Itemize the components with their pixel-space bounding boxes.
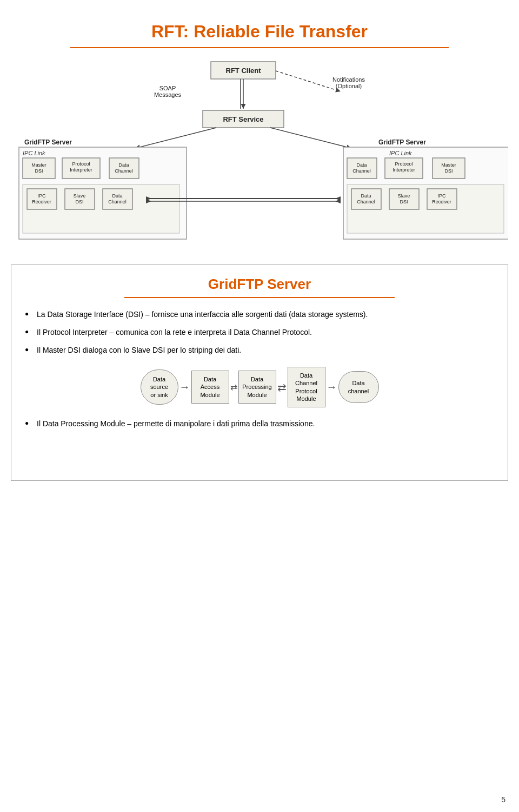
page-number: 5: [501, 795, 505, 804]
svg-text:Data: Data: [112, 193, 122, 199]
svg-marker-37: [146, 196, 151, 201]
bottom-section: GridFTP Server La Data Storage Interface…: [11, 265, 508, 481]
svg-rect-47: [385, 158, 423, 179]
svg-text:DSI: DSI: [444, 168, 453, 174]
svg-text:IPC Link: IPC Link: [23, 150, 45, 156]
svg-rect-17: [23, 158, 55, 179]
svg-text:Channel: Channel: [352, 168, 371, 174]
flow-arrow-4: →: [327, 381, 337, 393]
section-underline: [124, 297, 395, 298]
svg-text:Channel: Channel: [115, 168, 133, 174]
bullet-item-1: La Data Storage Interface (DSI) – fornis…: [25, 309, 494, 320]
svg-text:Interpreter: Interpreter: [70, 167, 92, 173]
svg-text:Master: Master: [31, 162, 46, 168]
svg-rect-42: [343, 147, 508, 239]
svg-rect-20: [62, 158, 100, 179]
bullet-item-2: Il Protocol Interpreter – comunica con l…: [25, 327, 494, 338]
svg-text:Protocol: Protocol: [395, 161, 412, 167]
bullet-item-last: Il Data Processing Module – permette di …: [25, 418, 494, 430]
title-underline: [70, 47, 449, 48]
svg-text:IPC Link: IPC Link: [389, 150, 412, 156]
svg-text:Slave: Slave: [398, 193, 410, 199]
svg-text:IPC: IPC: [437, 193, 446, 199]
svg-rect-50: [432, 158, 465, 179]
svg-line-4: [276, 71, 341, 91]
svg-rect-30: [65, 189, 95, 209]
svg-line-11: [135, 128, 216, 148]
svg-rect-23: [109, 158, 139, 179]
flow-box-data-channel-protocol: Data Channel Protocol Module: [288, 367, 325, 407]
svg-text:Data: Data: [118, 162, 129, 168]
flow-box-data-source: Data source or sink: [141, 369, 178, 405]
svg-text:SOAP: SOAP: [159, 85, 176, 91]
svg-text:DSI: DSI: [35, 168, 43, 174]
svg-text:(Optional): (Optional): [336, 83, 362, 89]
svg-text:Receiver: Receiver: [32, 199, 51, 204]
svg-text:DSI: DSI: [400, 199, 408, 204]
svg-rect-57: [389, 189, 419, 209]
bullet-item-3: Il Master DSI dialoga con lo Slave DSI p…: [25, 345, 494, 356]
svg-text:Channel: Channel: [357, 199, 375, 204]
flow-arrow-1: →: [179, 381, 190, 393]
svg-text:Receiver: Receiver: [432, 199, 451, 204]
svg-rect-26: [23, 184, 179, 233]
flow-box-data-processing: Data Processing Module: [238, 371, 276, 404]
svg-text:Master: Master: [441, 162, 456, 168]
svg-rect-27: [27, 189, 57, 209]
svg-line-12: [270, 128, 351, 148]
svg-rect-33: [103, 189, 132, 209]
svg-text:Data: Data: [356, 162, 367, 168]
last-bullet-list: Il Data Processing Module – permette di …: [25, 418, 494, 430]
svg-text:DSI: DSI: [75, 199, 83, 204]
svg-text:Protocol: Protocol: [72, 161, 90, 167]
svg-text:Data: Data: [361, 193, 371, 199]
svg-marker-41: [335, 199, 341, 203]
flow-box-data-access: Data Access Module: [191, 371, 229, 404]
svg-text:GridFTP Server: GridFTP Server: [24, 138, 72, 146]
svg-text:GridFTP Server: GridFTP Server: [378, 138, 426, 146]
svg-rect-60: [427, 189, 457, 209]
svg-marker-38: [335, 196, 341, 201]
svg-marker-40: [146, 199, 151, 203]
svg-rect-53: [347, 184, 504, 233]
svg-text:RFT Client: RFT Client: [226, 67, 262, 75]
svg-text:IPC: IPC: [37, 193, 46, 199]
svg-rect-0: [211, 62, 276, 79]
bullet-list: La Data Storage Interface (DSI) – fornis…: [25, 309, 494, 356]
svg-text:Interpreter: Interpreter: [392, 167, 415, 173]
svg-text:RFT Service: RFT Service: [223, 115, 263, 123]
svg-text:Channel: Channel: [108, 199, 127, 204]
top-diagram: RFT Client SOAP Messages Notifications (…: [11, 59, 508, 254]
flow-diagram: Data source or sink → Data Access Module…: [25, 367, 494, 407]
flow-arrow-2: ⇄: [230, 382, 237, 392]
flow-box-data-channel: Data channel: [338, 371, 379, 403]
svg-rect-9: [203, 110, 284, 128]
section-title: GridFTP Server: [25, 276, 494, 293]
svg-rect-15: [19, 147, 187, 239]
svg-text:Slave: Slave: [74, 193, 86, 199]
flow-arrow-3: ⇄: [277, 381, 287, 394]
page-title: RFT: Reliable File Transfer: [11, 22, 508, 42]
svg-rect-54: [351, 189, 381, 209]
svg-rect-44: [347, 158, 377, 179]
diagram-arrows-svg: RFT Client SOAP Messages Notifications (…: [11, 59, 508, 254]
svg-text:Messages: Messages: [154, 91, 182, 98]
svg-text:Notifications: Notifications: [332, 76, 365, 83]
